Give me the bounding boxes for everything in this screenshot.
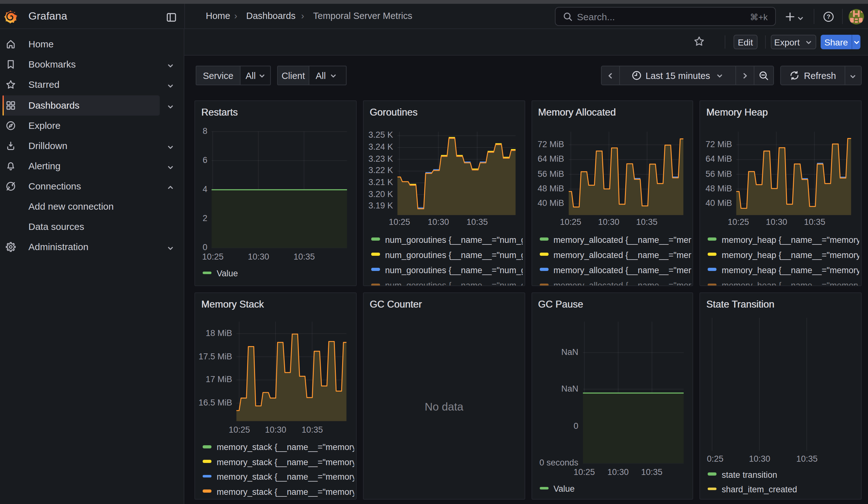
svg-text:?: ? xyxy=(827,13,830,20)
